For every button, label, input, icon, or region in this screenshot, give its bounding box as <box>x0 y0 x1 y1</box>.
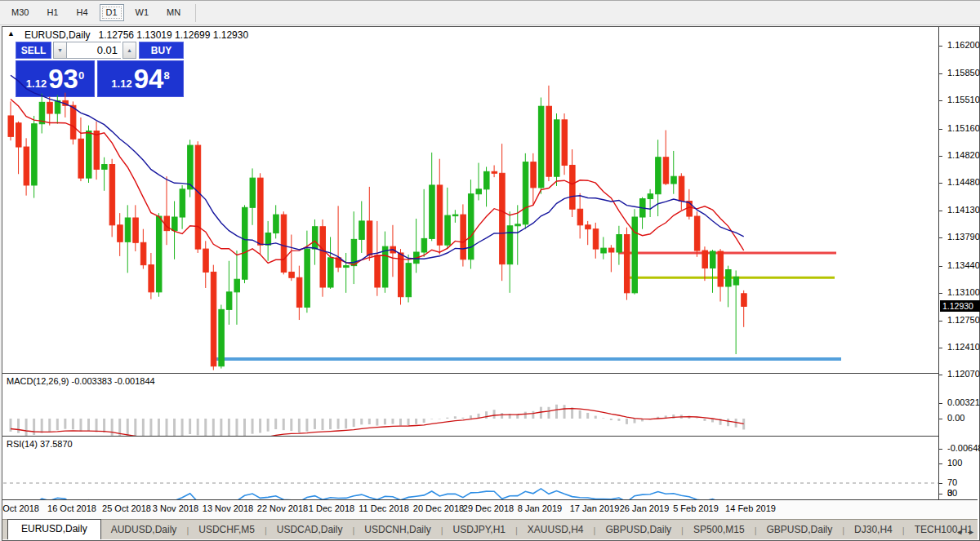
price-axis-label: 1.12410 <box>947 342 980 352</box>
candle <box>492 166 497 178</box>
price-axis-label: 1.14820 <box>947 150 980 160</box>
chart-window: ▲ EURUSD,Daily 1.12756 1.13019 1.12699 1… <box>2 26 980 541</box>
candle <box>351 211 357 284</box>
candle <box>94 122 100 180</box>
price-axis: 1.162001.158501.155101.151601.148201.144… <box>939 27 978 499</box>
axis-tick <box>939 463 942 464</box>
candle <box>87 126 92 183</box>
candle <box>577 193 583 239</box>
candle <box>133 205 139 251</box>
candle <box>16 122 22 174</box>
candle <box>149 253 154 299</box>
timeframe-button-mn[interactable]: MN <box>160 4 187 21</box>
candle <box>555 113 560 186</box>
candle <box>601 237 607 259</box>
candle <box>320 220 326 297</box>
timeframe-button-h1[interactable]: H1 <box>40 4 65 21</box>
tab-sp500-m15[interactable]: SP500,M15 <box>684 521 755 539</box>
tab-gbpusd-daily[interactable]: GBPUSD,Daily <box>757 521 843 539</box>
date-axis[interactable]: 6 Oct 201816 Oct 201825 Oct 20183 Nov 20… <box>2 500 978 519</box>
candle <box>484 166 490 206</box>
candle <box>211 265 216 370</box>
timeframe-button-w1[interactable]: W1 <box>129 4 156 21</box>
candle <box>258 173 264 255</box>
candle <box>593 223 599 259</box>
date-axis-label: 29 Dec 2018 <box>463 503 514 513</box>
candle <box>617 226 622 265</box>
date-axis-label: 20 Dec 2018 <box>413 503 464 513</box>
tab-eurusd-daily[interactable]: EURUSD,Daily <box>7 519 101 539</box>
price-axis-label: 1.12750 <box>947 315 980 325</box>
rsi-panel-svg[interactable] <box>3 437 938 499</box>
axis-tick <box>939 129 942 130</box>
candle <box>140 229 146 269</box>
axis-tick <box>939 494 942 494</box>
candle <box>523 153 528 229</box>
symbol-tab-bar: EURUSD,DailyAUDUSD,Daily|USDCHF,M5|USDCA… <box>2 519 978 539</box>
price-axis-label: 1.15510 <box>947 95 980 104</box>
axis-tick <box>939 375 942 375</box>
date-axis-label: 6 Oct 2018 <box>0 503 39 513</box>
candle <box>632 209 638 295</box>
tab-usdcnh-daily[interactable]: USDCNH,Daily <box>354 521 440 539</box>
tab-audusd-daily[interactable]: AUDUSD,Daily <box>101 521 187 539</box>
candle <box>289 235 295 282</box>
rsi-line <box>11 489 744 499</box>
candle <box>399 249 404 304</box>
current-price-tag: 1.12930 <box>940 300 980 312</box>
candle <box>679 173 684 210</box>
tab-usdjpy-h1[interactable]: USDJPY,H1 <box>443 521 515 539</box>
candle <box>109 159 115 237</box>
tab-scroll-left-icon[interactable]: ◄ <box>956 528 963 536</box>
timeframe-button-m30[interactable]: M30 <box>5 4 35 21</box>
tab-gbpusd-daily[interactable]: GBPUSD,Daily <box>595 521 681 539</box>
candle <box>359 201 365 252</box>
tab-scroll-right-icon[interactable]: ► <box>968 528 975 536</box>
axis-tick <box>939 183 942 184</box>
axis-tick <box>939 483 942 484</box>
candle <box>265 221 271 261</box>
macd-axis-label: 0.00 <box>947 413 964 423</box>
date-axis-label: 13 Nov 2018 <box>203 503 253 513</box>
candle <box>586 221 591 245</box>
candle <box>375 221 381 296</box>
candle <box>24 138 29 195</box>
candle <box>125 205 131 273</box>
candle <box>742 290 747 327</box>
tab-scroll-buttons: ◄► <box>956 528 975 536</box>
timeframe-button-h4[interactable]: H4 <box>69 4 94 21</box>
candle <box>648 189 653 217</box>
macd-panel-svg[interactable] <box>3 374 938 436</box>
candle <box>296 266 302 320</box>
tab-usdcad-daily[interactable]: USDCAD,Daily <box>267 521 353 539</box>
date-axis-label: 16 Oct 2018 <box>47 503 96 513</box>
axis-tick <box>939 100 942 101</box>
price-axis-label: 1.13440 <box>947 260 980 270</box>
candle <box>344 253 350 293</box>
price-axis-label: 1.13100 <box>947 287 980 297</box>
axis-tick <box>939 419 942 419</box>
date-axis-label: 11 Dec 2018 <box>359 503 409 513</box>
tab-xauusd-h4[interactable]: XAUUSD,H4 <box>518 521 594 539</box>
macd-axis-label: 0.003216 <box>947 397 980 407</box>
rsi-axis-label: 70 <box>947 477 957 487</box>
macd-axis-label: -0.006485 <box>947 443 980 453</box>
tab-dj30-h4[interactable]: DJ30,H4 <box>844 521 902 539</box>
timeframe-button-d1[interactable]: D1 <box>100 4 124 21</box>
candle <box>55 95 60 124</box>
axis-tick <box>939 46 942 47</box>
axis-tick <box>939 403 942 404</box>
candle <box>118 213 123 256</box>
candle <box>305 231 310 313</box>
candle <box>47 97 53 126</box>
candle <box>8 101 14 140</box>
candle <box>39 94 45 134</box>
axis-tick <box>939 321 942 321</box>
tab-usdchf-m5[interactable]: USDCHF,M5 <box>189 521 265 539</box>
axis-tick <box>939 293 942 294</box>
price-axis-label: 1.14130 <box>947 205 980 215</box>
date-axis-label: 3 Nov 2018 <box>153 503 198 513</box>
main-chart-svg[interactable] <box>3 28 938 373</box>
candle <box>640 197 646 229</box>
candle <box>562 113 568 175</box>
